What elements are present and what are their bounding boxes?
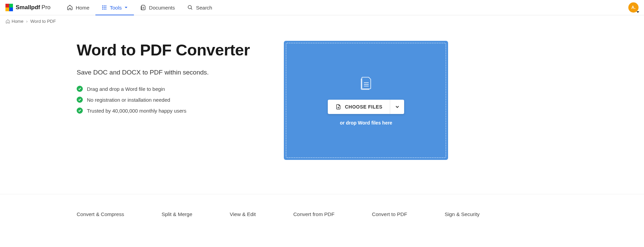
nav-home[interactable]: Home (61, 0, 95, 15)
breadcrumb-home[interactable]: Home (5, 19, 24, 24)
svg-point-7 (104, 9, 105, 10)
breadcrumb-home-label: Home (12, 19, 24, 24)
header: Smallpdf Pro Home Tools Documents (0, 0, 644, 15)
file-plus-icon (335, 104, 341, 110)
main-nav: Home Tools Documents Search (61, 0, 218, 15)
category-sign-security[interactable]: Sign & Security (445, 211, 480, 217)
svg-point-8 (105, 9, 106, 10)
choose-files-group: CHOOSE FILES (328, 100, 404, 114)
nav-tools[interactable]: Tools (95, 0, 134, 15)
choose-files-dropdown[interactable] (390, 100, 404, 114)
category-convert-from-pdf[interactable]: Convert from PDF (293, 211, 335, 217)
caret-down-icon (124, 6, 128, 9)
nav-documents-label: Documents (149, 5, 175, 11)
category-convert-compress[interactable]: Convert & Compress (77, 211, 124, 217)
avatar-initial: A. (631, 5, 635, 10)
search-icon (187, 4, 193, 11)
documents-icon (140, 4, 146, 11)
dropzone-inner: CHOOSE FILES or drop Word files here (286, 43, 446, 158)
category-view-edit[interactable]: View & Edit (230, 211, 256, 217)
brand-suffix: Pro (42, 4, 50, 11)
svg-point-6 (102, 9, 103, 10)
breadcrumb-current: Word to PDF (30, 19, 56, 24)
file-stack-icon (357, 75, 374, 94)
check-icon (77, 97, 83, 103)
check-icon (77, 86, 83, 92)
grid-icon (102, 5, 107, 10)
category-split-merge[interactable]: Split & Merge (162, 211, 192, 217)
svg-point-4 (104, 7, 105, 8)
main-content: Word to PDF Converter Save DOC and DOCX … (0, 27, 644, 187)
choose-files-button[interactable]: CHOOSE FILES (328, 100, 390, 114)
svg-line-10 (191, 9, 192, 10)
dropzone[interactable]: CHOOSE FILES or drop Word files here (284, 41, 448, 160)
nav-search[interactable]: Search (181, 0, 218, 15)
nav-search-label: Search (196, 5, 212, 11)
logo-icon (5, 4, 13, 11)
feature-text: Trusted by 40,000,000 monthly happy user… (87, 108, 186, 114)
breadcrumb: Home › Word to PDF (0, 15, 644, 27)
feature-text: Drag and drop a Word file to begin (87, 86, 165, 92)
drop-hint: or drop Word files here (340, 120, 392, 126)
feature-item: Drag and drop a Word file to begin (77, 86, 250, 92)
svg-point-1 (104, 5, 105, 6)
home-icon (67, 4, 73, 11)
page-subtitle: Save DOC and DOCX to PDF within seconds. (77, 69, 250, 76)
avatar[interactable]: A. (628, 2, 639, 13)
brand-name: Smallpdf (16, 4, 40, 11)
choose-files-label: CHOOSE FILES (345, 104, 382, 110)
feature-item: Trusted by 40,000,000 monthly happy user… (77, 108, 250, 114)
tool-categories: Convert & Compress Split & Merge View & … (0, 194, 644, 224)
feature-item: No registration or installation needed (77, 97, 250, 103)
svg-point-0 (102, 5, 103, 6)
avatar-caret-icon (637, 11, 639, 13)
chevron-down-icon (395, 105, 399, 109)
nav-home-label: Home (76, 5, 89, 11)
svg-point-5 (105, 7, 106, 8)
svg-point-3 (102, 7, 103, 8)
svg-point-2 (105, 5, 106, 6)
intro-section: Word to PDF Converter Save DOC and DOCX … (77, 41, 250, 160)
feature-text: No registration or installation needed (87, 97, 170, 103)
check-icon (77, 108, 83, 114)
nav-documents[interactable]: Documents (134, 0, 181, 15)
svg-point-9 (188, 5, 191, 9)
page-title: Word to PDF Converter (77, 41, 250, 59)
category-convert-to-pdf[interactable]: Convert to PDF (372, 211, 407, 217)
nav-tools-label: Tools (110, 5, 122, 11)
breadcrumb-separator: › (26, 19, 28, 24)
